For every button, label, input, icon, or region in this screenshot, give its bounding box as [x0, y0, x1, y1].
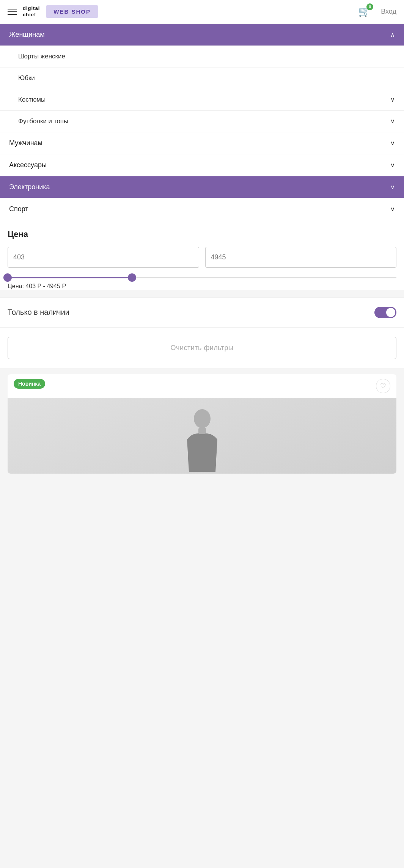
chevron-accessories: ∨ — [390, 162, 395, 169]
toggle-knob — [386, 308, 395, 317]
price-inputs-row — [8, 247, 396, 268]
heart-icon: ♡ — [380, 382, 386, 390]
range-slider[interactable] — [8, 277, 396, 278]
range-fill — [8, 277, 132, 278]
wishlist-button[interactable]: ♡ — [376, 379, 390, 393]
clear-filters-button[interactable]: Очистить фильтры — [8, 337, 396, 359]
range-thumb-left[interactable] — [3, 273, 12, 282]
product-card: Новинка ♡ — [8, 374, 396, 474]
hamburger-button[interactable] — [8, 9, 17, 15]
product-image-area — [8, 398, 396, 474]
clear-filters-container: Очистить фильтры — [0, 328, 404, 368]
category-item-shorts[interactable]: Шорты женские — [0, 46, 404, 67]
category-item-electronics[interactable]: Электроника ∨ — [0, 176, 404, 198]
category-label-electronics: Электроника — [9, 183, 50, 191]
category-menu: Женщинам ∧ Шорты женские Юбки Костюмы ∨ … — [0, 24, 404, 220]
svg-point-0 — [194, 409, 211, 428]
category-label-sport: Спорт — [9, 205, 28, 213]
cart-count-badge: 0 — [366, 3, 373, 10]
category-label-accessories: Аксессуары — [9, 161, 47, 169]
webshop-badge: WEB SHOP — [46, 5, 98, 18]
logo: digital chief_ — [23, 5, 40, 18]
product-image-placeholder — [8, 398, 396, 474]
product-silhouette — [172, 405, 233, 474]
cart-button[interactable]: 🛒 0 — [358, 6, 370, 17]
header: digital chief_ WEB SHOP 🛒 0 Вход — [0, 0, 404, 24]
svg-rect-1 — [198, 427, 206, 434]
price-range-label: Цена: 403 Р - 4945 Р — [8, 283, 396, 290]
chevron-women: ∧ — [390, 31, 395, 38]
category-item-skirts[interactable]: Юбки — [0, 67, 404, 89]
range-track — [8, 277, 396, 278]
category-item-sport[interactable]: Спорт ∨ — [0, 198, 404, 220]
category-item-tshirts[interactable]: Футболки и топы ∨ — [0, 111, 404, 132]
price-filter-title: Цена — [8, 229, 396, 239]
chevron-tshirts: ∨ — [390, 118, 395, 125]
category-item-costumes[interactable]: Костюмы ∨ — [0, 89, 404, 111]
category-item-women[interactable]: Женщинам ∧ — [0, 24, 404, 46]
range-thumb-right[interactable] — [128, 273, 136, 282]
price-min-input[interactable] — [8, 247, 199, 268]
category-item-men[interactable]: Мужчинам ∨ — [0, 132, 404, 154]
category-label-skirts: Юбки — [18, 74, 35, 82]
logo-line1: digital — [23, 5, 40, 12]
new-badge: Новинка — [14, 379, 45, 389]
price-filter-section: Цена Цена: 403 Р - 4945 Р — [0, 220, 404, 290]
category-label-women: Женщинам — [9, 31, 45, 39]
category-label-costumes: Костюмы — [18, 96, 46, 104]
chevron-sport: ∨ — [390, 206, 395, 213]
chevron-costumes: ∨ — [390, 96, 395, 103]
product-card-header: Новинка ♡ — [8, 374, 396, 398]
category-item-accessories[interactable]: Аксессуары ∨ — [0, 154, 404, 176]
availability-toggle-row: Только в наличии — [0, 297, 404, 328]
category-label-men: Мужчинам — [9, 139, 42, 147]
chevron-electronics: ∨ — [390, 184, 395, 191]
availability-toggle[interactable] — [374, 307, 396, 318]
logo-line2: chief_ — [23, 12, 40, 18]
chevron-men: ∨ — [390, 140, 395, 147]
login-button[interactable]: Вход — [381, 8, 396, 16]
availability-label: Только в наличии — [8, 308, 69, 317]
price-max-input[interactable] — [205, 247, 397, 268]
category-label-shorts: Шорты женские — [18, 53, 65, 60]
category-label-tshirts: Футболки и топы — [18, 118, 68, 125]
product-section: Новинка ♡ — [0, 368, 404, 480]
